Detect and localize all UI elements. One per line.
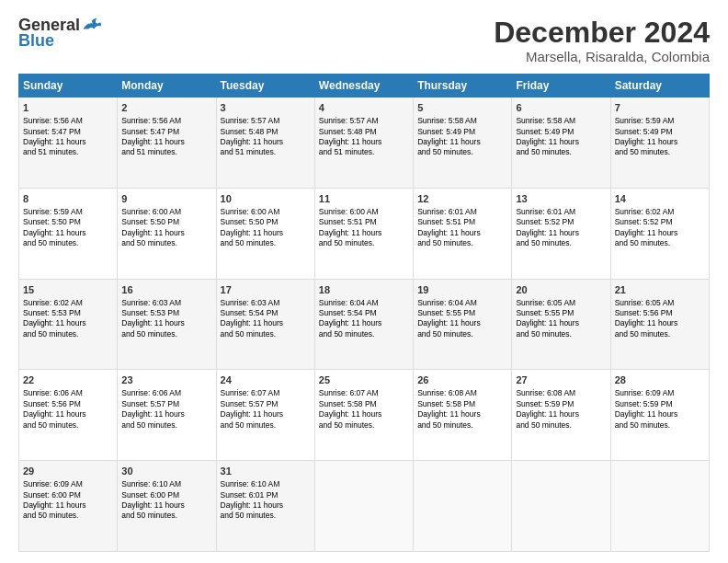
- day-number: 25: [319, 373, 409, 387]
- table-row: 24Sunrise: 6:07 AMSunset: 5:57 PMDayligh…: [216, 370, 314, 461]
- day-number: 18: [319, 283, 409, 297]
- calendar-week-row: 8Sunrise: 5:59 AMSunset: 5:50 PMDaylight…: [19, 188, 710, 279]
- table-row: 18Sunrise: 6:04 AMSunset: 5:54 PMDayligh…: [314, 279, 413, 370]
- col-tuesday: Tuesday: [216, 75, 314, 98]
- table-row: 16Sunrise: 6:03 AMSunset: 5:53 PMDayligh…: [118, 279, 216, 370]
- day-number: 27: [516, 373, 606, 387]
- day-number: 19: [417, 283, 507, 297]
- calendar-week-row: 29Sunrise: 6:09 AMSunset: 6:00 PMDayligh…: [19, 461, 710, 552]
- table-row: 6Sunrise: 5:58 AMSunset: 5:49 PMDaylight…: [512, 98, 610, 189]
- day-number: 24: [221, 373, 311, 387]
- day-number: 3: [221, 101, 311, 115]
- table-row: 12Sunrise: 6:01 AMSunset: 5:51 PMDayligh…: [414, 188, 512, 279]
- title-block: December 2024 Marsella, Risaralda, Colom…: [494, 17, 710, 64]
- calendar-title: December 2024: [494, 17, 710, 49]
- table-row: 21Sunrise: 6:05 AMSunset: 5:56 PMDayligh…: [610, 279, 709, 370]
- day-number: 6: [516, 101, 606, 115]
- day-number: 7: [615, 101, 705, 115]
- table-row: 13Sunrise: 6:01 AMSunset: 5:52 PMDayligh…: [512, 188, 610, 279]
- table-row: 1Sunrise: 5:56 AMSunset: 5:47 PMDaylight…: [19, 98, 118, 189]
- header: General Blue December 2024 Marsella, Ris…: [18, 17, 710, 64]
- table-row: [512, 461, 610, 552]
- calendar-subtitle: Marsella, Risaralda, Colombia: [494, 49, 710, 64]
- table-row: 11Sunrise: 6:00 AMSunset: 5:51 PMDayligh…: [314, 188, 413, 279]
- logo: General Blue: [18, 17, 102, 51]
- day-number: 21: [615, 283, 705, 297]
- day-number: 8: [23, 192, 113, 206]
- day-number: 10: [221, 192, 311, 206]
- col-saturday: Saturday: [610, 75, 709, 98]
- table-row: 22Sunrise: 6:06 AMSunset: 5:56 PMDayligh…: [19, 370, 118, 461]
- day-number: 29: [23, 465, 113, 478]
- day-number: 5: [417, 101, 507, 115]
- day-number: 23: [121, 373, 211, 387]
- table-row: 20Sunrise: 6:05 AMSunset: 5:55 PMDayligh…: [512, 279, 610, 370]
- col-thursday: Thursday: [414, 75, 512, 98]
- day-number: 4: [319, 101, 409, 115]
- table-row: 17Sunrise: 6:03 AMSunset: 5:54 PMDayligh…: [216, 279, 314, 370]
- logo-blue-text: Blue: [18, 31, 54, 51]
- col-monday: Monday: [118, 75, 216, 98]
- day-number: 12: [417, 192, 507, 206]
- table-row: 7Sunrise: 5:59 AMSunset: 5:49 PMDaylight…: [610, 98, 709, 189]
- table-row: 19Sunrise: 6:04 AMSunset: 5:55 PMDayligh…: [414, 279, 512, 370]
- day-number: 14: [615, 192, 705, 206]
- table-row: 23Sunrise: 6:06 AMSunset: 5:57 PMDayligh…: [118, 370, 216, 461]
- day-number: 2: [121, 101, 211, 115]
- day-number: 17: [221, 283, 311, 297]
- table-row: 26Sunrise: 6:08 AMSunset: 5:58 PMDayligh…: [414, 370, 512, 461]
- table-row: 15Sunrise: 6:02 AMSunset: 5:53 PMDayligh…: [19, 279, 118, 370]
- table-row: [610, 461, 709, 552]
- calendar-week-row: 1Sunrise: 5:56 AMSunset: 5:47 PMDaylight…: [19, 98, 710, 189]
- day-number: 9: [121, 192, 211, 206]
- table-row: 31Sunrise: 6:10 AMSunset: 6:01 PMDayligh…: [216, 461, 314, 552]
- day-number: 20: [516, 283, 606, 297]
- col-friday: Friday: [512, 75, 610, 98]
- col-sunday: Sunday: [19, 75, 118, 98]
- day-number: 15: [23, 283, 113, 297]
- table-row: 2Sunrise: 5:56 AMSunset: 5:47 PMDaylight…: [118, 98, 216, 189]
- day-number: 26: [417, 373, 507, 387]
- page: General Blue December 2024 Marsella, Ris…: [0, 0, 728, 563]
- table-row: 27Sunrise: 6:08 AMSunset: 5:59 PMDayligh…: [512, 370, 610, 461]
- logo-bird-icon: [82, 17, 102, 33]
- day-number: 11: [319, 192, 409, 206]
- calendar-week-row: 15Sunrise: 6:02 AMSunset: 5:53 PMDayligh…: [19, 279, 710, 370]
- calendar-header-row: Sunday Monday Tuesday Wednesday Thursday…: [19, 75, 710, 98]
- table-row: 25Sunrise: 6:07 AMSunset: 5:58 PMDayligh…: [314, 370, 413, 461]
- table-row: 10Sunrise: 6:00 AMSunset: 5:50 PMDayligh…: [216, 188, 314, 279]
- table-row: 28Sunrise: 6:09 AMSunset: 5:59 PMDayligh…: [610, 370, 709, 461]
- table-row: 3Sunrise: 5:57 AMSunset: 5:48 PMDaylight…: [216, 98, 314, 189]
- table-row: 5Sunrise: 5:58 AMSunset: 5:49 PMDaylight…: [414, 98, 512, 189]
- day-number: 31: [221, 465, 311, 478]
- calendar-week-row: 22Sunrise: 6:06 AMSunset: 5:56 PMDayligh…: [19, 370, 710, 461]
- day-number: 16: [121, 283, 211, 297]
- day-number: 22: [23, 373, 113, 387]
- day-number: 13: [516, 192, 606, 206]
- table-row: 9Sunrise: 6:00 AMSunset: 5:50 PMDaylight…: [118, 188, 216, 279]
- table-row: [314, 461, 413, 552]
- table-row: [414, 461, 512, 552]
- day-number: 30: [121, 465, 211, 478]
- table-row: 29Sunrise: 6:09 AMSunset: 6:00 PMDayligh…: [19, 461, 118, 552]
- day-number: 28: [615, 373, 705, 387]
- day-number: 1: [23, 101, 113, 115]
- table-row: 8Sunrise: 5:59 AMSunset: 5:50 PMDaylight…: [19, 188, 118, 279]
- col-wednesday: Wednesday: [314, 75, 413, 98]
- table-row: 4Sunrise: 5:57 AMSunset: 5:48 PMDaylight…: [314, 98, 413, 189]
- calendar-table: Sunday Monday Tuesday Wednesday Thursday…: [18, 74, 710, 552]
- table-row: 30Sunrise: 6:10 AMSunset: 6:00 PMDayligh…: [118, 461, 216, 552]
- table-row: 14Sunrise: 6:02 AMSunset: 5:52 PMDayligh…: [610, 188, 709, 279]
